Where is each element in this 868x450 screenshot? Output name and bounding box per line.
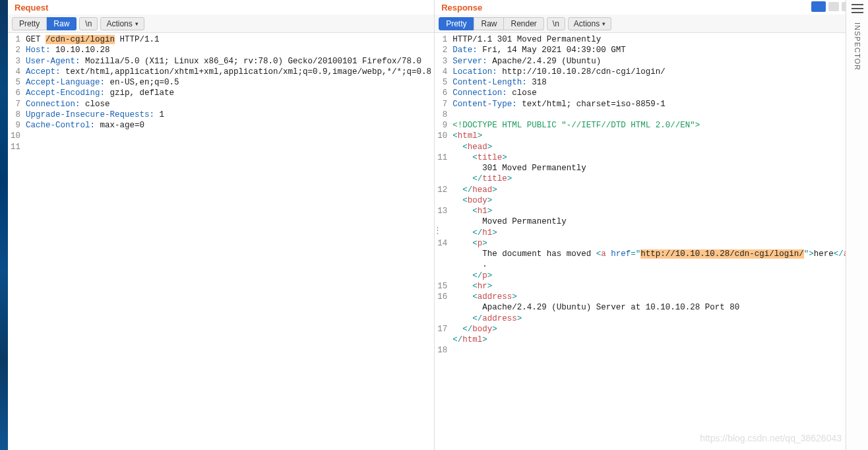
request-header: Request bbox=[8, 0, 434, 15]
request-title: Request bbox=[15, 3, 48, 13]
request-panel: Request Pretty Raw \n Actions ▾ 12345678… bbox=[8, 0, 435, 450]
response-actions-menu[interactable]: Actions ▾ bbox=[568, 17, 611, 30]
response-actions-label: Actions bbox=[574, 19, 600, 28]
response-badge-blue[interactable] bbox=[811, 1, 826, 12]
response-gutter: 12345678910 11 12 13 14 1516 17 18 bbox=[435, 33, 451, 450]
main-split: Request Pretty Raw \n Actions ▾ 12345678… bbox=[8, 0, 846, 450]
response-newline-toggle[interactable]: \n bbox=[547, 17, 565, 30]
inspector-tab[interactable]: INSPECTOR bbox=[853, 22, 861, 71]
chevron-down-icon: ▾ bbox=[135, 20, 139, 27]
request-format-tabs: Pretty Raw bbox=[12, 17, 77, 30]
response-raw-tab[interactable]: Raw bbox=[474, 17, 504, 30]
response-badge-gray-1[interactable] bbox=[828, 2, 839, 11]
hamburger-icon[interactable] bbox=[852, 4, 863, 13]
chevron-down-icon: ▾ bbox=[602, 20, 605, 27]
request-pretty-tab[interactable]: Pretty bbox=[12, 17, 47, 30]
response-format-tabs: Pretty Raw Render bbox=[439, 17, 544, 30]
request-code[interactable]: GET /cdn-cgi/login HTTP/1.1Host: 10.10.1… bbox=[24, 33, 434, 450]
response-render-tab[interactable]: Render bbox=[504, 17, 543, 30]
left-edge-strip bbox=[0, 0, 8, 450]
request-newline-toggle[interactable]: \n bbox=[79, 17, 98, 30]
request-gutter: 1234567891011 bbox=[8, 33, 24, 450]
request-editor[interactable]: 1234567891011 GET /cdn-cgi/login HTTP/1.… bbox=[8, 33, 434, 450]
panel-options-icon[interactable]: ⋮ bbox=[433, 225, 440, 235]
request-raw-tab[interactable]: Raw bbox=[47, 17, 77, 30]
response-pretty-tab[interactable]: Pretty bbox=[439, 17, 474, 30]
response-title: Response bbox=[441, 3, 482, 13]
request-actions-menu[interactable]: Actions ▾ bbox=[100, 17, 144, 30]
response-toolbar: Pretty Raw Render \n Actions ▾ bbox=[435, 15, 856, 33]
request-actions-label: Actions bbox=[106, 19, 132, 28]
right-rail: INSPECTOR bbox=[846, 0, 868, 450]
watermark: https://blog.csdn.net/qq_38626043 bbox=[700, 433, 842, 443]
response-panel: ⋮ Response Pretty Raw Render \n Actions … bbox=[435, 0, 856, 450]
response-header: Response bbox=[435, 0, 856, 15]
request-toolbar: Pretty Raw \n Actions ▾ bbox=[8, 15, 434, 33]
response-viewer[interactable]: 12345678910 11 12 13 14 1516 17 18 HTTP/… bbox=[435, 33, 856, 450]
response-code[interactable]: HTTP/1.1 301 Moved PermanentlyDate: Fri,… bbox=[451, 33, 856, 450]
